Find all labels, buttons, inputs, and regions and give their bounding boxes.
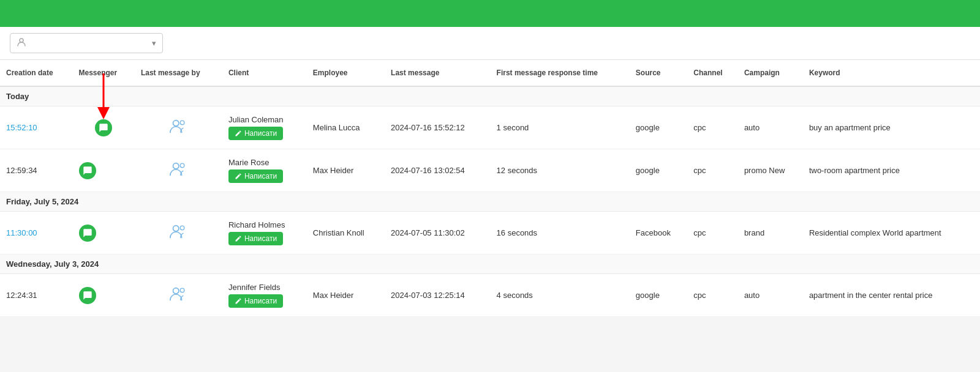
keyword-cell: two-room apartment price (803, 149, 980, 192)
col-header-keyword: Keyword (803, 60, 980, 86)
group-label: Friday, July 5, 2024 (0, 192, 980, 212)
last-message-by-cell (135, 212, 222, 255)
messenger-cell (73, 149, 135, 192)
messenger-icon (95, 119, 112, 136)
col-header-last_message: Last message (385, 60, 490, 86)
creation-date-cell: 12:59:34 (0, 149, 73, 192)
employee-select-dropdown[interactable]: ▾ (10, 33, 163, 53)
client-name: Jennifer Fields (228, 283, 281, 292)
employee-cell: Melina Lucca (307, 106, 385, 149)
channel-cell: cpc (687, 106, 738, 149)
col-header-employee: Employee (307, 60, 385, 86)
campaign-cell: brand (738, 212, 803, 255)
user-group-icon (169, 285, 187, 303)
col-header-first_response: First message response time (491, 60, 630, 86)
channel-cell: cpc (687, 149, 738, 192)
client-cell: Julian Coleman Написати (222, 106, 307, 149)
campaign-cell: promo New (738, 149, 803, 192)
write-button[interactable]: Написати (228, 127, 283, 140)
last-message-cell: 2024-07-16 15:52:12 (385, 106, 490, 149)
client-name: Richard Holmes (228, 220, 285, 229)
employee-cell: Max Heider (307, 149, 385, 192)
svg-point-5 (173, 163, 179, 169)
source-cell: google (630, 106, 688, 149)
channel-cell: cpc (687, 274, 738, 317)
svg-point-6 (181, 163, 185, 168)
group-label: Wednesday, July 3, 2024 (0, 255, 980, 274)
client-cell: Marie Rose Написати (222, 149, 307, 192)
client-cell: Richard Holmes Написати (222, 212, 307, 255)
last-message-by-cell (135, 149, 222, 192)
person-icon (17, 37, 26, 49)
col-header-channel: Channel (687, 60, 738, 86)
source-cell: Facebook (630, 212, 688, 255)
conversations-table: Creation dateMessengerLast message byCli… (0, 60, 980, 317)
svg-point-4 (181, 121, 185, 125)
source-cell: google (630, 274, 688, 317)
source-cell: google (630, 149, 688, 192)
group-row: Wednesday, July 3, 2024 (0, 255, 980, 274)
write-button[interactable]: Написати (228, 232, 283, 245)
first-response-cell: 4 seconds (491, 274, 630, 317)
campaign-cell: auto (738, 106, 803, 149)
svg-point-9 (173, 288, 179, 294)
table-row: 15:52:10 Julian Coleman НаписатиMelina L… (0, 106, 980, 149)
messenger-cell (73, 106, 135, 149)
top-bar (0, 0, 980, 27)
table-row: 11:30:00 Richard Holmes НаписатиChristia… (0, 212, 980, 255)
svg-marker-2 (97, 107, 110, 119)
last-message-cell: 2024-07-03 12:25:14 (385, 274, 490, 317)
group-row: Friday, July 5, 2024 (0, 192, 980, 212)
last-message-cell: 2024-07-16 13:02:54 (385, 149, 490, 192)
creation-date-cell: 12:24:31 (0, 274, 73, 317)
svg-point-7 (173, 226, 179, 231)
employee-cell: Christian Knoll (307, 212, 385, 255)
col-header-campaign: Campaign (738, 60, 803, 86)
last-message-by-cell (135, 106, 222, 149)
user-group-icon (169, 160, 187, 179)
last-message-cell: 2024-07-05 11:30:02 (385, 212, 490, 255)
keyword-cell: apartment in the center rental price (803, 274, 980, 317)
messenger-icon (79, 162, 96, 179)
table-row: 12:24:31 Jennifer Fields НаписатиMax Hei… (0, 274, 980, 317)
channel-cell: cpc (687, 212, 738, 255)
creation-date-cell[interactable]: 11:30:00 (0, 212, 73, 255)
group-label: Today (0, 86, 980, 106)
svg-point-8 (181, 226, 185, 230)
first-response-cell: 12 seconds (491, 149, 630, 192)
first-response-cell: 1 second (491, 106, 630, 149)
last-message-by-cell (135, 274, 222, 317)
col-header-messenger: Messenger (73, 60, 135, 86)
messenger-icon (79, 287, 96, 304)
group-row: Today (0, 86, 980, 106)
employee-cell: Max Heider (307, 274, 385, 317)
user-group-icon (169, 117, 187, 136)
col-header-client: Client (222, 60, 307, 86)
write-button[interactable]: Написати (228, 294, 283, 308)
client-cell: Jennifer Fields Написати (222, 274, 307, 317)
creation-date-cell[interactable]: 15:52:10 (0, 106, 73, 149)
client-name: Julian Coleman (228, 115, 284, 124)
chevron-down-icon: ▾ (152, 39, 156, 48)
messenger-cell (73, 212, 135, 255)
col-header-last_message_by: Last message by (135, 60, 222, 86)
svg-point-10 (181, 288, 185, 292)
keyword-cell: Residential complex World apartment (803, 212, 980, 255)
employee-bar: ▾ (0, 27, 980, 60)
first-response-cell: 16 seconds (491, 212, 630, 255)
user-group-icon (169, 223, 187, 241)
keyword-cell: buy an apartment price (803, 106, 980, 149)
col-header-creation_date: Creation date (0, 60, 73, 86)
campaign-cell: auto (738, 274, 803, 317)
messenger-icon (79, 225, 96, 242)
write-button[interactable]: Написати (228, 169, 283, 183)
messenger-cell (73, 274, 135, 317)
col-header-source: Source (630, 60, 688, 86)
client-name: Marie Rose (228, 158, 269, 167)
svg-point-3 (173, 121, 179, 126)
svg-point-0 (20, 39, 23, 42)
table-row: 12:59:34 Marie Rose НаписатиMax Heider20… (0, 149, 980, 192)
